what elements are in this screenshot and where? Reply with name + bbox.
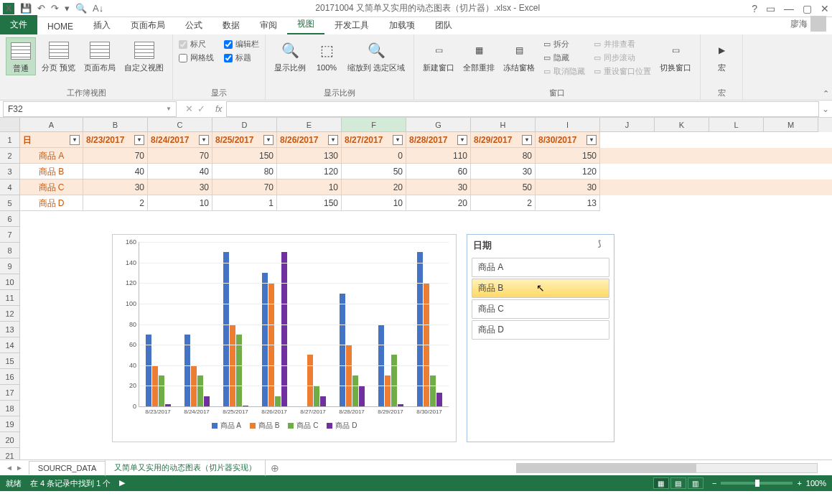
tab-review[interactable]: 审阅 (250, 17, 287, 34)
row-header-8[interactable]: 8 (0, 243, 20, 258)
table-cell[interactable]: 40 (83, 164, 148, 179)
table-cell[interactable]: 13 (536, 195, 600, 211)
col-header-K[interactable]: K (655, 118, 709, 132)
name-box[interactable]: F32 ▼ (3, 101, 177, 117)
table-cell[interactable]: 30 (536, 179, 600, 195)
slicer-item[interactable]: 商品 B (472, 279, 609, 298)
cells[interactable]: 日▾8/23/2017▾8/24/2017▾8/25/2017▾8/26/201… (20, 132, 832, 211)
arrange-all-button[interactable]: ▦全部重排 (460, 37, 497, 78)
row-header-17[interactable]: 17 (0, 385, 20, 401)
table-cell[interactable]: 10 (148, 195, 212, 211)
row-header-7[interactable]: 7 (0, 227, 20, 243)
table-cell[interactable]: 110 (406, 148, 471, 164)
normal-view-icon[interactable]: ▦ (653, 477, 669, 489)
table-cell[interactable]: 2 (471, 195, 536, 211)
horizontal-scrollbar[interactable] (285, 463, 832, 473)
view-page-break-button[interactable]: 分页 预览 (39, 37, 78, 75)
filter-icon[interactable]: ▾ (522, 135, 532, 145)
help-icon[interactable]: ? (752, 3, 757, 14)
table-cell[interactable]: 70 (148, 148, 212, 164)
col-header-G[interactable]: G (406, 118, 471, 132)
select-all-corner[interactable] (0, 118, 20, 132)
tab-team[interactable]: 团队 (425, 17, 462, 34)
slicer-item[interactable]: 商品 C (472, 299, 609, 319)
tab-addins[interactable]: 加载项 (379, 17, 425, 34)
worksheet-grid[interactable]: ABCDEFGHIJKLM 12345678910111213141516171… (0, 118, 832, 459)
filter-icon[interactable]: ▾ (134, 135, 144, 145)
table-cell[interactable]: 150 (536, 148, 600, 164)
hide-button[interactable]: ▭ 隐藏 (541, 51, 588, 65)
col-header-J[interactable]: J (600, 118, 655, 132)
page-layout-view-icon[interactable]: ▤ (670, 477, 686, 489)
table-cell[interactable]: 40 (148, 164, 212, 179)
zoom-100-button[interactable]: ⬚100% (312, 37, 342, 74)
gridlines-checkbox[interactable]: 网格线 (179, 51, 214, 65)
tab-developer[interactable]: 开发工具 (324, 17, 379, 34)
table-cell[interactable]: 130 (277, 148, 342, 164)
zoom-value[interactable]: 100% (806, 479, 826, 487)
tab-view[interactable]: 视图 (287, 15, 324, 34)
table-cell[interactable]: 30 (471, 164, 536, 179)
page-break-view-icon[interactable]: ▥ (688, 477, 704, 489)
view-page-layout-button[interactable]: 页面布局 (81, 37, 118, 75)
table-cell[interactable]: 80 (471, 148, 536, 164)
sort-icon[interactable]: A↓ (93, 3, 103, 14)
zoom-in-icon[interactable]: + (797, 479, 801, 487)
table-cell[interactable]: 120 (536, 164, 600, 179)
filter-icon[interactable]: ▾ (393, 135, 403, 145)
row-header-6[interactable]: 6 (0, 211, 20, 227)
col-header-A[interactable]: A (20, 118, 83, 132)
zoom-button[interactable]: 🔍显示比例 (271, 37, 309, 74)
view-custom-button[interactable]: 自定义视图 (121, 37, 167, 75)
table-cell[interactable]: 商品 B (20, 164, 83, 179)
ribbon-collapse-icon[interactable]: ⌃ (823, 89, 829, 98)
col-header-D[interactable]: D (212, 118, 277, 132)
sheet-tab-0[interactable]: SOURCR_DATA (29, 461, 106, 475)
headings-checkbox[interactable]: 标题 (224, 51, 259, 65)
table-cell[interactable]: 50 (342, 164, 406, 179)
table-cell[interactable]: 30 (406, 179, 471, 195)
table-cell[interactable]: 2 (83, 195, 148, 211)
row-header-20[interactable]: 20 (0, 432, 20, 448)
chevron-down-icon[interactable]: ▼ (166, 106, 172, 112)
split-button[interactable]: ▭ 拆分 (541, 37, 588, 51)
row-header-4[interactable]: 4 (0, 179, 20, 195)
view-normal-button[interactable]: 普通 (6, 37, 36, 75)
row-header-15[interactable]: 15 (0, 353, 20, 369)
table-cell[interactable]: 0 (342, 148, 406, 164)
row-header-1[interactable]: 1 (0, 132, 20, 148)
display-options-icon[interactable]: ▭ (766, 3, 775, 14)
col-header-I[interactable]: I (536, 118, 600, 132)
table-cell[interactable]: 80 (212, 164, 277, 179)
tab-data[interactable]: 数据 (212, 17, 250, 34)
filter-icon[interactable]: ▾ (586, 135, 597, 145)
table-header-cell[interactable]: 8/29/2017▾ (471, 132, 536, 148)
macros-button[interactable]: ▶宏 (706, 37, 737, 74)
col-header-E[interactable]: E (277, 118, 342, 132)
table-cell[interactable]: 30 (83, 179, 148, 195)
row-header-12[interactable]: 12 (0, 306, 20, 322)
table-cell[interactable]: 20 (342, 179, 406, 195)
formula-expand-icon[interactable]: ⌄ (819, 104, 832, 114)
table-cell[interactable]: 30 (148, 179, 212, 195)
table-cell[interactable]: 1 (212, 195, 277, 211)
table-cell[interactable]: 120 (277, 164, 342, 179)
table-cell[interactable]: 20 (406, 195, 471, 211)
row-header-10[interactable]: 10 (0, 274, 20, 290)
undo-icon[interactable]: ↶ (37, 3, 45, 14)
table-cell[interactable]: 60 (406, 164, 471, 179)
save-icon[interactable]: 💾 (20, 3, 32, 14)
filter-icon[interactable]: ▾ (70, 135, 80, 145)
col-header-F[interactable]: F (342, 118, 406, 132)
tab-page-layout[interactable]: 页面布局 (121, 17, 175, 34)
filter-icon[interactable]: ▾ (263, 135, 274, 145)
filter-icon[interactable]: ▾ (328, 135, 338, 145)
table-cell[interactable]: 商品 A (20, 148, 83, 164)
qat-more-icon[interactable]: ▾ (65, 3, 70, 14)
slicer-clear-icon[interactable]: ⟆ (598, 239, 608, 249)
table-header-cell[interactable]: 8/27/2017▾ (342, 132, 406, 148)
table-cell[interactable]: 70 (212, 179, 277, 195)
row-header-11[interactable]: 11 (0, 290, 20, 306)
table-header-cell[interactable]: 8/23/2017▾ (83, 132, 148, 148)
table-cell[interactable]: 50 (471, 179, 536, 195)
